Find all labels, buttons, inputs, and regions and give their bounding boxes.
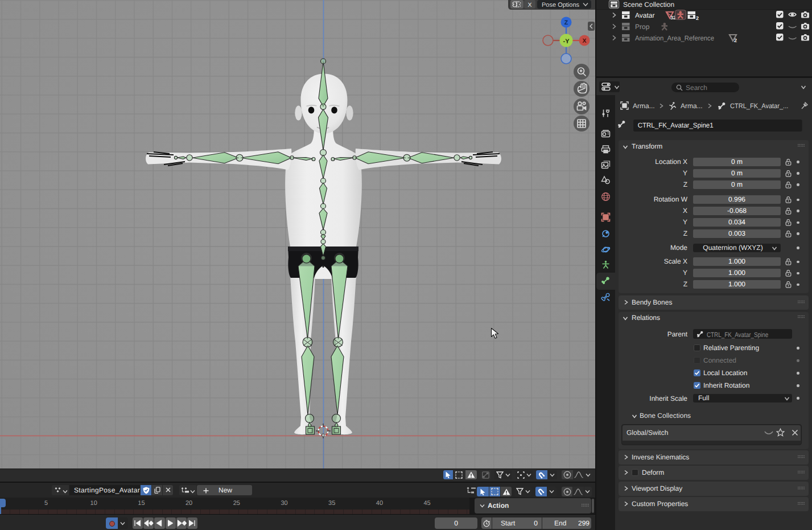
svg-text:X: X xyxy=(527,2,531,9)
svg-text:Prop: Prop xyxy=(635,23,650,31)
svg-text:Scene Collection: Scene Collection xyxy=(623,1,674,9)
svg-text:Avatar: Avatar xyxy=(635,11,654,19)
svg-text:Z: Z xyxy=(564,19,568,26)
svg-text:Animation_Area_Reference: Animation_Area_Reference xyxy=(635,34,714,42)
svg-text:X: X xyxy=(582,38,586,44)
svg-text:2: 2 xyxy=(696,15,699,21)
svg-text:Pose Options: Pose Options xyxy=(542,2,580,9)
svg-text:-Y: -Y xyxy=(563,38,570,45)
svg-text:2: 2 xyxy=(734,38,737,43)
